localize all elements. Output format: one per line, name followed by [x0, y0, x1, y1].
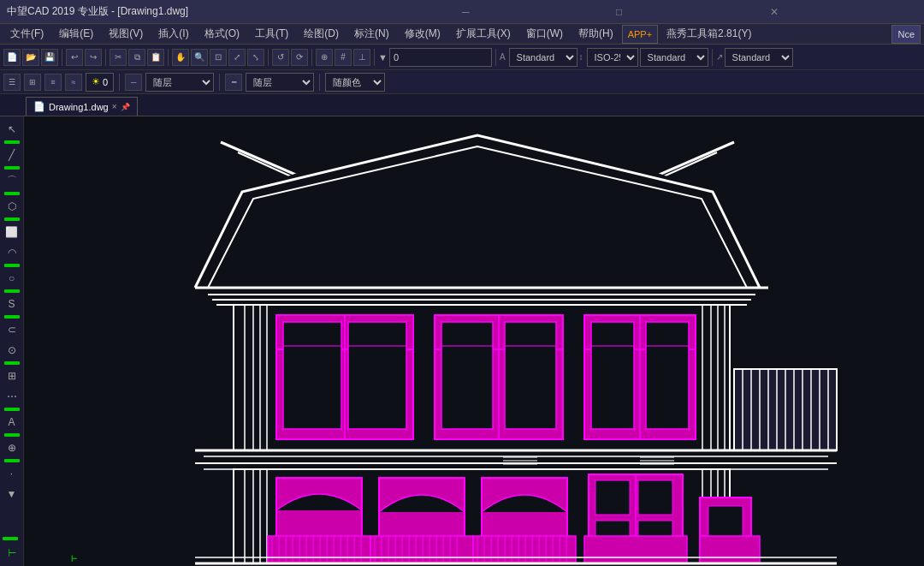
spline-tool[interactable]: S [3, 295, 21, 313]
menu-tools[interactable]: 工具(T) [248, 25, 295, 43]
zoom-prev-icon[interactable]: ⤣ [247, 49, 264, 66]
grid-icon[interactable]: # [335, 49, 352, 66]
sep2 [105, 49, 106, 66]
line-tool[interactable]: ╱ [3, 146, 21, 164]
green-bar-11 [4, 459, 20, 462]
menu-help[interactable]: 帮助(H) [572, 25, 620, 43]
menu-yanxiu[interactable]: 燕秀工具箱2.81(Y) [660, 25, 758, 43]
sep6 [374, 49, 375, 66]
copy-icon[interactable]: ⧉ [128, 49, 145, 66]
file-icon: 📄 [33, 101, 45, 112]
main-layout: ↖ ╱ ⌒ ⬡ ⬜ ◠ ○ S ⊂ ⊙ ⊞ ⋯ A ⊕ · ▼ ⊢ [0, 116, 924, 566]
layer0-label: 0 [103, 77, 108, 87]
layer-match-icon[interactable]: ≈ [65, 74, 82, 91]
sep-l2 [219, 74, 220, 91]
layer-props-icon[interactable]: ≡ [44, 74, 62, 91]
green-bar-6 [4, 289, 20, 293]
polyline-tool[interactable]: ⌒ [3, 171, 21, 190]
regen-icon[interactable]: ↺ [272, 49, 289, 66]
ellipse-tool[interactable]: ⊂ [3, 320, 21, 339]
tab-pin-icon[interactable]: 📌 [121, 103, 130, 111]
menu-edit[interactable]: 编辑(E) [52, 25, 100, 43]
menu-exttools[interactable]: 扩展工具(X) [449, 25, 518, 43]
layer-mgr-icon[interactable]: ☰ [3, 74, 21, 91]
toolbar2: ☰ ⊞ ≡ ≈ ☀ 0 ─ 随层 ━ 随层 随颜色 [0, 70, 924, 94]
close-icon[interactable]: ✕ [770, 6, 917, 18]
linetype-icon[interactable]: ─ [125, 74, 142, 91]
insert-tool[interactable]: ⊕ [3, 438, 21, 457]
green-bar-10 [4, 433, 20, 437]
menu-window[interactable]: 窗口(W) [519, 25, 570, 43]
ucs-icon[interactable]: ⊢ [3, 544, 21, 563]
maximize-icon[interactable]: □ [616, 6, 763, 18]
paste-icon[interactable]: 📋 [147, 49, 164, 66]
polygon-tool[interactable]: ⬡ [3, 197, 21, 216]
save-icon[interactable]: 💾 [41, 49, 58, 66]
iso-icon: ↕ [579, 52, 583, 62]
zoom-extent-icon[interactable]: ⤢ [228, 49, 246, 66]
file-tab-drawing1[interactable]: 📄 Drawing1.dwg × 📌 [26, 97, 138, 116]
zoom-window-icon[interactable]: ⊡ [210, 49, 227, 66]
lineweight-select[interactable]: 随层 [246, 73, 314, 92]
redo-icon[interactable]: ↪ [85, 49, 102, 66]
more-tool[interactable]: ▼ [3, 485, 21, 503]
region-tool[interactable]: ⊞ [3, 366, 21, 385]
layer-input[interactable] [389, 48, 492, 67]
iso-select[interactable]: ISO-25 [587, 48, 638, 67]
standard3-select[interactable]: Standard [725, 48, 793, 67]
layer-label: ▼ [378, 52, 388, 63]
rect-tool[interactable]: ⬜ [3, 223, 21, 241]
cut-icon[interactable]: ✂ [110, 49, 127, 66]
pan-icon[interactable]: ✋ [172, 49, 189, 66]
menu-format[interactable]: 格式(O) [198, 25, 246, 43]
table-tool[interactable]: ⋯ [3, 387, 21, 406]
svg-rect-35 [646, 322, 689, 429]
tab-close-icon[interactable]: × [112, 102, 117, 111]
sep-l3 [319, 74, 320, 91]
hatch-tool[interactable]: ⊙ [3, 341, 21, 360]
text-tool[interactable]: A [3, 413, 21, 432]
point-tool[interactable]: · [3, 464, 21, 483]
menu-annotate[interactable]: 标注(N) [347, 25, 396, 43]
sep4 [268, 49, 269, 66]
menu-modify[interactable]: 修改(M) [398, 25, 447, 43]
snap-icon[interactable]: ⊕ [316, 49, 333, 66]
svg-rect-119 [638, 480, 672, 515]
sep5 [311, 49, 312, 66]
regenall-icon[interactable]: ⟳ [291, 49, 308, 66]
arc-tool[interactable]: ◠ [3, 243, 21, 262]
menu-view[interactable]: 视图(V) [102, 25, 150, 43]
layer-state-icon[interactable]: ⊞ [24, 74, 41, 91]
title-bar: 中望CAD 2019 专业版 - [Drawing1.dwg] ─ □ ✕ [0, 0, 924, 24]
color-select[interactable]: 随颜色 [325, 73, 385, 92]
layer-sun-icon: ☀ [92, 76, 100, 87]
zoom-icon[interactable]: 🔍 [191, 49, 208, 66]
minimize-icon[interactable]: ─ [462, 6, 609, 18]
standard-select[interactable]: Standard [509, 48, 578, 67]
svg-rect-28 [505, 322, 556, 429]
nce-badge: Nce [891, 25, 921, 44]
menu-file[interactable]: 文件(F) [3, 25, 50, 43]
select-tool[interactable]: ↖ [3, 120, 21, 139]
menu-insert[interactable]: 插入(I) [151, 25, 195, 43]
title-text: 中望CAD 2019 专业版 - [Drawing1.dwg] [7, 4, 462, 19]
svg-rect-125 [700, 536, 760, 563]
drawing-area[interactable]: ⊢ [24, 116, 924, 566]
svg-rect-101 [473, 536, 576, 563]
ortho-icon[interactable]: ⊥ [353, 49, 370, 66]
sep1 [62, 49, 62, 66]
new-icon[interactable]: 📄 [3, 49, 21, 66]
green-bar-bottom [3, 537, 18, 540]
undo-icon[interactable]: ↩ [66, 49, 83, 66]
standard2-select[interactable]: Standard [640, 48, 708, 67]
linetype-select[interactable]: 随层 [145, 73, 214, 92]
standard-icon: A [500, 52, 506, 62]
menu-draw[interactable]: 绘图(D) [297, 25, 346, 43]
circle-tool[interactable]: ○ [3, 269, 21, 288]
open-icon[interactable]: 📂 [22, 49, 39, 66]
tab-bar: 📄 Drawing1.dwg × 📌 [0, 94, 924, 116]
menu-appplus[interactable]: APP+ [622, 25, 658, 44]
svg-rect-20 [283, 322, 341, 429]
sep7 [495, 49, 496, 66]
lineweight-icon[interactable]: ━ [225, 74, 242, 91]
